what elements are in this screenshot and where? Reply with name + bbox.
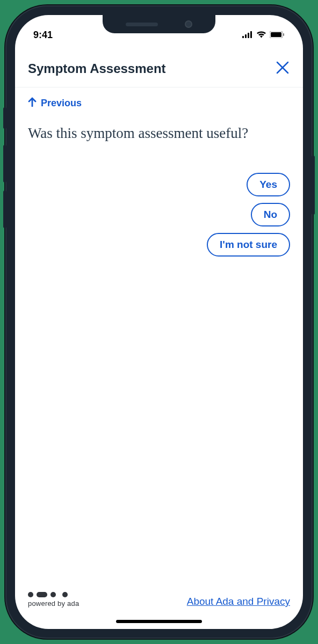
- about-privacy-link[interactable]: About Ada and Privacy: [187, 596, 290, 608]
- powered-by-text: powered by ada: [28, 599, 79, 608]
- option-not-sure-button[interactable]: I'm not sure: [207, 233, 290, 257]
- nav-row: Previous: [15, 87, 303, 114]
- question-text: Was this symptom assessment useful?: [28, 123, 290, 143]
- arrow-up-icon: [28, 97, 37, 109]
- footer-brand: powered by ada: [28, 592, 79, 608]
- option-yes-button[interactable]: Yes: [247, 173, 290, 196]
- svg-rect-2: [248, 33, 249, 38]
- home-indicator[interactable]: [116, 620, 202, 623]
- phone-frame: 9:41 Symptom Assessment: [5, 5, 313, 639]
- options-list: Yes No I'm not sure: [28, 173, 290, 257]
- previous-label: Previous: [41, 98, 82, 109]
- svg-rect-1: [245, 34, 247, 38]
- page-title: Symptom Assessment: [28, 61, 166, 76]
- phone-notch: [103, 15, 215, 33]
- cellular-icon: [242, 30, 253, 41]
- phone-side-button: [3, 107, 6, 129]
- phone-side-button: [3, 191, 6, 228]
- phone-side-button: [312, 156, 315, 215]
- option-no-button[interactable]: No: [251, 203, 290, 226]
- svg-rect-0: [242, 36, 244, 38]
- phone-side-button: [3, 145, 6, 182]
- question-area: Was this symptom assessment useful? Yes …: [15, 114, 303, 584]
- battery-icon: [270, 30, 285, 41]
- close-icon: [275, 60, 290, 75]
- svg-rect-3: [250, 31, 252, 38]
- close-button[interactable]: [275, 60, 290, 77]
- status-icons: [242, 30, 285, 41]
- wifi-icon: [256, 30, 266, 41]
- app-header: Symptom Assessment: [15, 43, 303, 87]
- status-time: 9:41: [33, 30, 53, 41]
- screen: 9:41 Symptom Assessment: [15, 15, 303, 629]
- ada-logo-icon: [28, 592, 79, 597]
- previous-button[interactable]: Previous: [28, 97, 82, 109]
- svg-rect-5: [271, 32, 281, 37]
- svg-rect-6: [283, 33, 284, 36]
